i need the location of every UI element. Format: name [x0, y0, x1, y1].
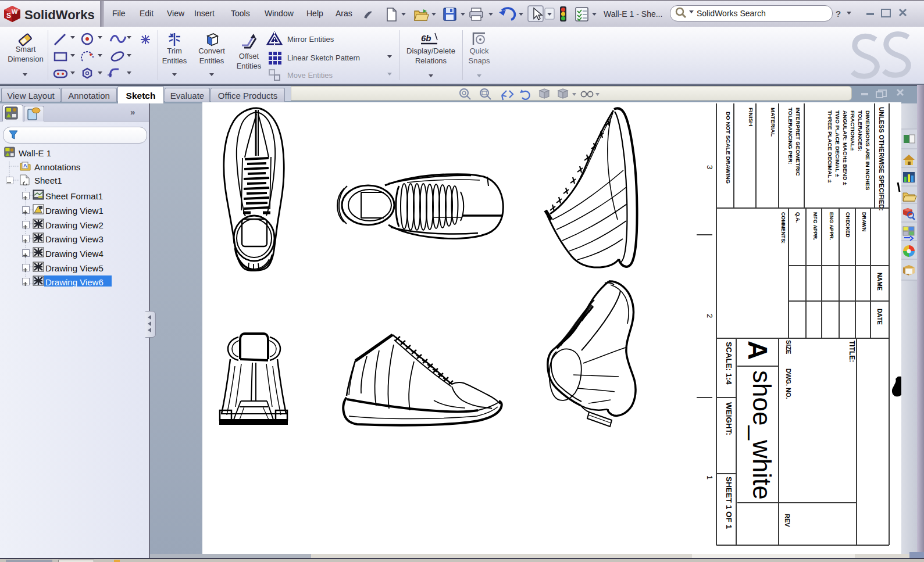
svg-text:TOLERANCES:: TOLERANCES: [857, 110, 864, 152]
svg-text:MFG APPR.: MFG APPR. [812, 212, 818, 241]
svg-text:ENG APPR.: ENG APPR. [829, 212, 834, 240]
svg-text:S: S [6, 12, 11, 20]
svg-text:shoe_white: shoe_white [748, 370, 776, 500]
svg-text:UNLESS OTHERWISE SPECIFIED:: UNLESS OTHERWISE SPECIFIED: [878, 107, 885, 211]
svg-text:FINISH: FINISH [748, 108, 754, 126]
svg-text:SIZE: SIZE [785, 340, 792, 354]
svg-text:NAME: NAME [876, 273, 883, 291]
svg-text:TITLE:: TITLE: [848, 341, 856, 362]
svg-text:TOLERANCING PER:: TOLERANCING PER: [787, 108, 794, 164]
svg-text:ANGULAR: MACH± BEND ±: ANGULAR: MACH± BEND ± [842, 110, 848, 185]
svg-text:2: 2 [705, 314, 714, 318]
svg-text:DWG. NO.: DWG. NO. [785, 368, 792, 399]
svg-text:SCALE: 1:4: SCALE: 1:4 [725, 342, 733, 385]
svg-text:TWO PLACE DECIMAL ±: TWO PLACE DECIMAL ± [834, 110, 841, 177]
svg-text:SHEET 1 OF 1: SHEET 1 OF 1 [725, 477, 733, 529]
svg-text:REV: REV [784, 514, 791, 527]
svg-text:DIMENSIONS ARE IN INCHES: DIMENSIONS ARE IN INCHES [865, 110, 871, 191]
svg-text:MATERIAL: MATERIAL [770, 108, 776, 137]
svg-text:DATE: DATE [876, 309, 883, 325]
svg-text:INTERPRET GEOMETRIC: INTERPRET GEOMETRIC [795, 108, 801, 176]
svg-text:FRACTIONAL±: FRACTIONAL± [850, 110, 856, 151]
svg-text:3: 3 [705, 165, 714, 169]
svg-text:CHECKED: CHECKED [845, 212, 851, 238]
svg-text:COMMENTS:: COMMENTS: [780, 212, 786, 244]
svg-text:A: A [743, 341, 773, 360]
svg-text:DRAWN: DRAWN [861, 212, 867, 231]
svg-text:1: 1 [705, 475, 714, 479]
svg-text:Q.A.: Q.A. [795, 212, 801, 223]
svg-text:W: W [12, 8, 18, 15]
svg-text:A: A [23, 163, 27, 169]
svg-text:DO NOT SCALE DRAWING: DO NOT SCALE DRAWING [725, 112, 732, 184]
svg-text:THREE PLACE DECIMAL ±: THREE PLACE DECIMAL ± [827, 110, 833, 183]
svg-text:6b: 6b [421, 33, 431, 43]
svg-text:WEIGHT:: WEIGHT: [725, 402, 733, 435]
